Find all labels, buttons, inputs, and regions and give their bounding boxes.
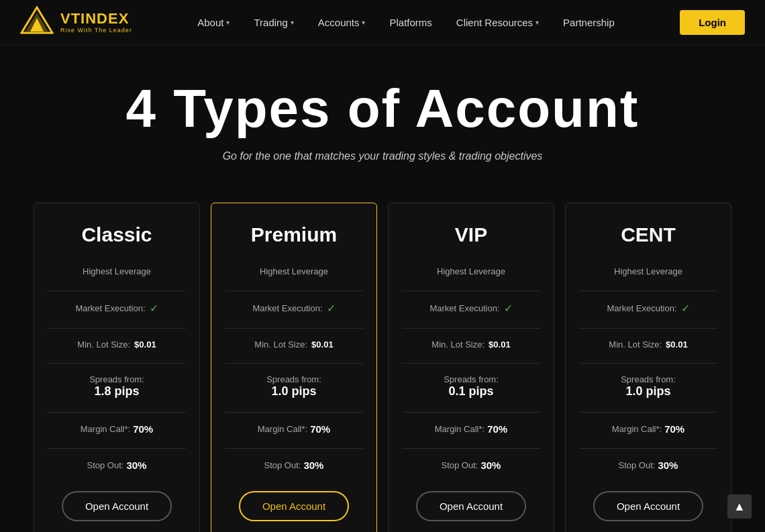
nav-arrow-client-resources: ▾ bbox=[536, 19, 539, 26]
divider-3-cent bbox=[579, 363, 717, 364]
card-market-premium: Market Execution: ✓ bbox=[225, 302, 363, 315]
nav-arrow-about: ▾ bbox=[226, 19, 230, 26]
divider-4-premium bbox=[225, 412, 363, 413]
card-spreads-classic: Spreads from: 1.8 pips bbox=[89, 374, 144, 398]
card-title-classic: Classic bbox=[81, 223, 152, 246]
card-leverage-premium: Highest Leverage bbox=[225, 265, 363, 277]
divider-5-classic bbox=[48, 448, 186, 449]
card-market-classic: Market Execution: ✓ bbox=[48, 302, 186, 315]
divider-1-premium bbox=[225, 290, 363, 291]
card-minlot-premium: Min. Lot Size: $0.01 bbox=[225, 339, 363, 350]
login-button[interactable]: Login bbox=[680, 10, 745, 35]
open-account-button-vip[interactable]: Open Account bbox=[416, 491, 527, 521]
divider-4-classic bbox=[48, 412, 186, 413]
nav-label-about: About bbox=[197, 17, 223, 28]
hero-subtitle: Go for the one that matches your trading… bbox=[13, 150, 752, 162]
nav-label-client-resources: Client Resources bbox=[456, 17, 533, 28]
logo-icon bbox=[20, 6, 54, 40]
card-minlot-vip: Min. Lot Size: $0.01 bbox=[402, 339, 540, 350]
card-margin-vip: Margin Call*: 70% bbox=[435, 423, 507, 435]
open-account-button-classic[interactable]: Open Account bbox=[62, 491, 172, 521]
nav-item-platforms[interactable]: Platforms bbox=[377, 0, 444, 46]
divider-5-premium bbox=[225, 448, 363, 449]
card-market-cent: Market Execution: ✓ bbox=[579, 302, 717, 315]
account-card-classic: Classic Highest Leverage Market Executio… bbox=[34, 203, 200, 532]
divider-1-cent bbox=[579, 290, 717, 291]
divider-1-classic bbox=[48, 290, 186, 291]
divider-5-cent bbox=[579, 448, 717, 449]
card-stop-premium: Stop Out: 30% bbox=[264, 460, 324, 471]
account-card-cent: CENT Highest Leverage Market Execution: … bbox=[565, 203, 731, 532]
logo-tagline: Rise With The Leader bbox=[60, 28, 132, 34]
checkmark-premium: ✓ bbox=[327, 302, 336, 315]
navbar: VTINDEX Rise With The Leader About ▾ Tra… bbox=[0, 0, 765, 46]
nav-item-client-resources[interactable]: Client Resources ▾ bbox=[444, 0, 551, 46]
divider-4-cent bbox=[579, 412, 717, 413]
card-title-premium: Premium bbox=[251, 223, 337, 246]
divider-3-classic bbox=[48, 363, 186, 364]
card-stop-vip: Stop Out: 30% bbox=[442, 460, 501, 471]
card-margin-cent: Margin Call*: 70% bbox=[612, 423, 684, 435]
logo-name: VTINDEX bbox=[60, 11, 132, 27]
nav-label-partnership: Partnership bbox=[563, 17, 615, 28]
account-cards-section: Classic Highest Leverage Market Executio… bbox=[0, 182, 765, 532]
scroll-top-button[interactable]: ▲ bbox=[727, 494, 752, 519]
divider-3-vip bbox=[402, 363, 540, 364]
divider-5-vip bbox=[402, 448, 540, 449]
hero-title: 4 Types of Account bbox=[13, 79, 752, 138]
divider-1-vip bbox=[402, 290, 540, 291]
card-leverage-vip: Highest Leverage bbox=[402, 265, 540, 277]
card-margin-classic: Margin Call*: 70% bbox=[81, 423, 153, 435]
checkmark-cent: ✓ bbox=[681, 302, 690, 315]
card-spreads-vip: Spreads from: 0.1 pips bbox=[444, 374, 499, 398]
card-leverage-cent: Highest Leverage bbox=[579, 265, 717, 277]
open-account-button-premium[interactable]: Open Account bbox=[239, 491, 350, 521]
nav-label-trading: Trading bbox=[254, 17, 287, 28]
card-market-vip: Market Execution: ✓ bbox=[402, 302, 540, 315]
card-margin-premium: Margin Call*: 70% bbox=[258, 423, 330, 435]
divider-4-vip bbox=[402, 412, 540, 413]
account-card-vip: VIP Highest Leverage Market Execution: ✓… bbox=[388, 203, 554, 532]
nav-menu: About ▾ Trading ▾ Accounts ▾ Platforms C… bbox=[132, 0, 680, 46]
account-card-premium: Premium Highest Leverage Market Executio… bbox=[211, 203, 377, 532]
nav-arrow-accounts: ▾ bbox=[362, 19, 365, 26]
checkmark-vip: ✓ bbox=[504, 302, 513, 315]
navbar-right: Login bbox=[680, 10, 745, 35]
divider-2-vip bbox=[402, 328, 540, 329]
divider-2-premium bbox=[225, 328, 363, 329]
divider-2-cent bbox=[579, 328, 717, 329]
open-account-button-cent[interactable]: Open Account bbox=[593, 491, 704, 521]
logo-text: VTINDEX Rise With The Leader bbox=[60, 11, 132, 34]
card-stop-cent: Stop Out: 30% bbox=[619, 460, 678, 471]
card-spreads-premium: Spreads from: 1.0 pips bbox=[266, 374, 321, 398]
divider-3-premium bbox=[225, 363, 363, 364]
card-title-vip: VIP bbox=[455, 223, 487, 246]
card-spreads-cent: Spreads from: 1.0 pips bbox=[621, 374, 676, 398]
nav-label-accounts: Accounts bbox=[318, 17, 360, 28]
card-leverage-classic: Highest Leverage bbox=[48, 265, 186, 277]
logo-area: VTINDEX Rise With The Leader bbox=[20, 6, 132, 40]
nav-item-trading[interactable]: Trading ▾ bbox=[242, 0, 305, 46]
nav-arrow-trading: ▾ bbox=[291, 19, 294, 26]
card-minlot-cent: Min. Lot Size: $0.01 bbox=[579, 339, 717, 350]
checkmark-classic: ✓ bbox=[150, 302, 158, 315]
nav-label-platforms: Platforms bbox=[389, 17, 431, 28]
nav-item-about[interactable]: About ▾ bbox=[185, 0, 242, 46]
card-stop-classic: Stop Out: 30% bbox=[87, 460, 147, 471]
hero-section: 4 Types of Account Go for the one that m… bbox=[0, 46, 765, 182]
divider-2-classic bbox=[48, 328, 186, 329]
nav-item-partnership[interactable]: Partnership bbox=[551, 0, 627, 46]
nav-item-accounts[interactable]: Accounts ▾ bbox=[306, 0, 378, 46]
card-minlot-classic: Min. Lot Size: $0.01 bbox=[48, 339, 186, 350]
card-title-cent: CENT bbox=[621, 223, 676, 246]
